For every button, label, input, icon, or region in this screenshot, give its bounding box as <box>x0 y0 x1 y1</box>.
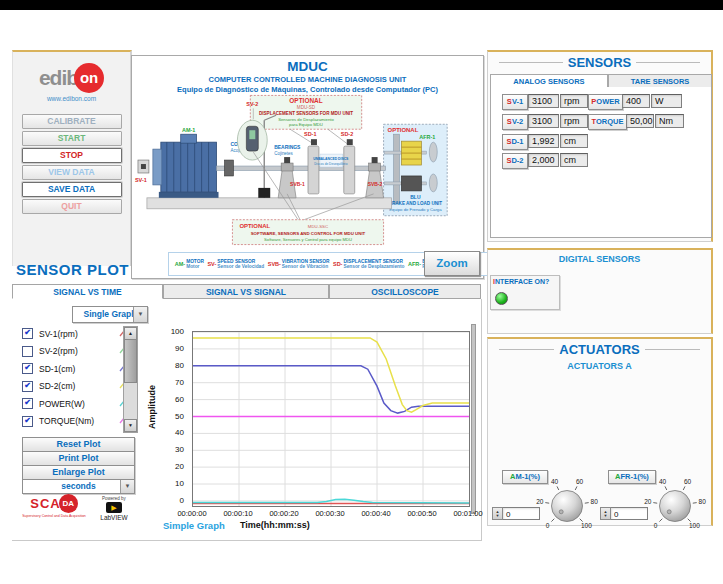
am1-value-control[interactable]: ▲▼ 0 <box>492 507 540 520</box>
mduc-application-window: edibon www.edibon.com CALIBRATESTARTSTOP… <box>0 0 723 584</box>
channel-checkbox[interactable] <box>22 346 33 357</box>
tab-signal-vs-signal[interactable]: SIGNAL VS SIGNAL <box>163 284 329 299</box>
edibon-url: www.edibon.com <box>13 95 130 102</box>
sd2-label[interactable]: SD-2 <box>502 153 528 169</box>
time-unit-value: seconds <box>61 481 96 491</box>
optional-displacement-box: OPTIONAL MDU-SD DISPLACEMENT SENSORS FOR… <box>250 95 361 129</box>
power-label[interactable]: POWER <box>588 94 623 110</box>
interface-on-label: INTERFACE ON? <box>493 278 559 285</box>
torque-label[interactable]: TORQUE <box>588 114 627 130</box>
time-unit-select[interactable]: seconds ▼ <box>22 479 135 494</box>
svg-text:80: 80 <box>699 498 707 505</box>
x-axis-tick-label: 00:00:50 <box>402 509 442 518</box>
afr1-value-field[interactable]: 0 <box>611 507 648 520</box>
enlarge-plot-button[interactable]: Enlarge Plot <box>22 465 135 480</box>
am1-knob[interactable]: 020406080100 <box>529 476 605 534</box>
svg-text:40: 40 <box>551 478 559 485</box>
channel-scrollbar[interactable]: ▲ ▼ <box>123 326 138 433</box>
power-unit: W <box>651 94 682 108</box>
top-black-bar <box>0 0 723 10</box>
reset-plot-button[interactable]: Reset Plot <box>22 437 135 452</box>
scroll-down-icon[interactable]: ▼ <box>124 419 137 432</box>
label-sd1: SD-1 <box>304 131 316 137</box>
waveform-chart <box>192 331 470 507</box>
svg-text:SOFTWARE, SENSORS AND CONTROL: SOFTWARE, SENSORS AND CONTROL FOR MDU UN… <box>251 231 366 236</box>
svg-text:20: 20 <box>644 498 652 505</box>
graph-mode-value: Single Graph <box>84 309 137 319</box>
y-axis-tick-label: 50 <box>156 412 184 421</box>
channel-checkbox[interactable]: ✔ <box>22 398 33 409</box>
sidebar-button-view-data[interactable]: VIEW DATA <box>22 165 122 180</box>
sidebar-buttons: CALIBRATESTARTSTOPVIEW DATASAVE DATAQUIT <box>13 114 130 214</box>
unbalanced-discs <box>308 139 355 194</box>
channel-label: SV-2(rpm) <box>39 346 78 356</box>
x-axis-tick-label: 00:00:10 <box>218 509 258 518</box>
channel-row-sv-1rpm: ✔SV-1(rpm) <box>22 326 136 341</box>
svg-text:100: 100 <box>689 522 700 529</box>
x-axis-tick-label: 00:00:20 <box>264 509 304 518</box>
zoom-button[interactable]: Zoom <box>424 251 480 276</box>
sv1-label[interactable]: SV-1 <box>502 94 528 110</box>
y-axis-tick-label: 30 <box>156 445 184 454</box>
svg-text:OPTIONAL: OPTIONAL <box>239 223 270 229</box>
channel-row-sd-2cm: ✔SD-2(cm) <box>22 379 136 394</box>
shaft <box>217 166 386 170</box>
tab-oscilloscope[interactable]: OSCILLOSCOPE <box>329 284 481 299</box>
y-axis-tick-label: 40 <box>156 428 184 437</box>
y-axis-tick-label: 90 <box>156 344 184 353</box>
svg-text:OPTIONAL: OPTIONAL <box>388 127 419 133</box>
channel-checkbox[interactable]: ✔ <box>22 328 33 339</box>
digital-sensors-title: DIGITAL SENSORS <box>488 254 711 264</box>
sidebar-button-stop[interactable]: STOP <box>22 148 122 163</box>
graph-mode-select[interactable]: Single Graph ▼ <box>72 306 148 323</box>
labview-arrow-icon: ▶ <box>106 502 122 513</box>
afr1-value-control[interactable]: ▲▼ 0 <box>600 507 648 520</box>
base-platform <box>147 198 392 209</box>
y-axis-tick-label: 60 <box>156 395 184 404</box>
speed-sensor-sv1 <box>138 160 149 173</box>
channel-checkbox[interactable]: ✔ <box>22 381 33 392</box>
coupling <box>224 160 233 176</box>
interface-led <box>495 292 508 305</box>
channel-list: ✔SV-1(rpm)SV-2(rpm)✔SD-1(cm)✔SD-2(cm)✔PO… <box>22 326 136 432</box>
label-discs: UNBALANCED DISCS <box>313 157 349 161</box>
sd2-value: 2,000 <box>528 153 559 167</box>
channel-checkbox[interactable]: ✔ <box>22 416 33 427</box>
sensors-panel: SENSORS ANALOG SENSORS TARE SENSORS SV-1… <box>487 50 713 242</box>
sidebar-button-quit[interactable]: QUIT <box>22 199 122 214</box>
am1-value-field[interactable]: 0 <box>503 507 540 520</box>
sidebar-button-start[interactable]: START <box>22 131 122 146</box>
x-axis-tick-label: 00:01:00 <box>448 509 488 518</box>
scrollbar-thumb[interactable] <box>124 339 137 383</box>
chevron-down-icon[interactable]: ▼ <box>120 480 134 493</box>
channel-row-powerw: ✔POWER(W) <box>22 396 136 411</box>
chevron-down-icon[interactable]: ▼ <box>133 307 147 322</box>
channel-checkbox[interactable]: ✔ <box>22 363 33 374</box>
sidebar-button-calibrate[interactable]: CALIBRATE <box>22 114 122 129</box>
sd1-label[interactable]: SD-1 <box>502 134 528 150</box>
spinner-icon[interactable]: ▲▼ <box>600 507 611 520</box>
afr1-knob[interactable]: 020406080100 <box>637 476 713 534</box>
tab-tare-sensors[interactable]: TARE SENSORS <box>608 74 712 88</box>
y-axis-tick-label: 10 <box>156 479 184 488</box>
svg-text:Equipo de Frenado y Carga: Equipo de Frenado y Carga <box>389 207 442 212</box>
x-axis-tick-label: 00:00:30 <box>310 509 350 518</box>
print-plot-button[interactable]: Print Plot <box>22 451 135 466</box>
sensors-tabs: ANALOG SENSORS TARE SENSORS <box>490 74 712 88</box>
plot-side-scrollbar[interactable] <box>471 324 476 514</box>
tab-analog-sensors[interactable]: ANALOG SENSORS <box>490 74 608 88</box>
tab-signal-vs-time[interactable]: SIGNAL VS TIME <box>12 284 163 299</box>
power-value: 400 <box>622 94 650 108</box>
sensors-title: SENSORS <box>494 55 705 70</box>
svg-text:BRAKE AND LOAD UNIT: BRAKE AND LOAD UNIT <box>389 201 443 206</box>
label-sv2: SV-2 <box>246 101 258 107</box>
edibon-logo: edibon <box>13 62 130 93</box>
spinner-icon[interactable]: ▲▼ <box>492 507 503 520</box>
sv2-value: 3100 <box>528 114 559 128</box>
actuators-subtitle: ACTUATORS A <box>488 361 711 371</box>
svg-text:para Equipo MDU: para Equipo MDU <box>289 122 323 127</box>
sv2-label[interactable]: SV-2 <box>502 114 528 130</box>
edibon-logo-text: edib <box>39 66 78 89</box>
sidebar-button-save-data[interactable]: SAVE DATA <box>22 182 122 197</box>
channel-row-sv-2rpm: SV-2(rpm) <box>22 344 136 359</box>
